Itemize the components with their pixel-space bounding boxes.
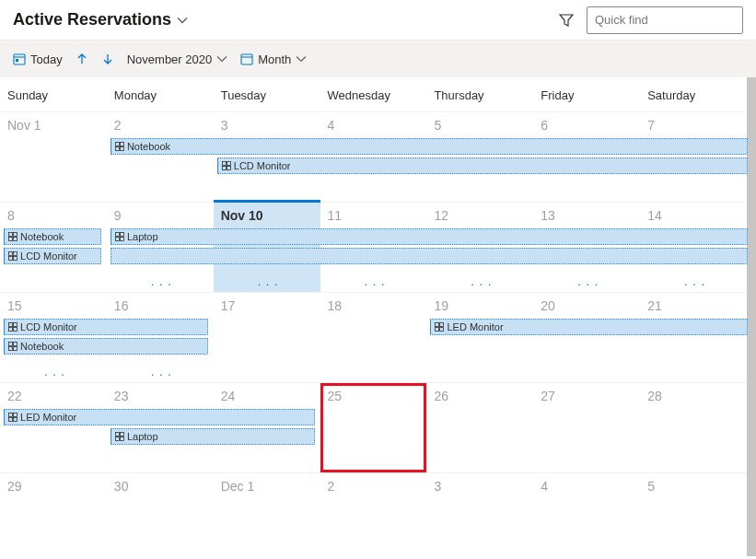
date-number: Nov 1: [7, 118, 99, 133]
date-number: 3: [221, 118, 313, 133]
chevron-down-icon: [216, 53, 227, 64]
month-picker[interactable]: November 2020: [127, 52, 228, 66]
svg-rect-9: [115, 147, 119, 151]
reservation-event[interactable]: [110, 248, 748, 264]
svg-rect-19: [115, 233, 119, 237]
svg-rect-11: [222, 162, 226, 166]
date-number: 18: [328, 298, 420, 313]
reservation-event[interactable]: LED Monitor: [4, 409, 315, 425]
day-cell[interactable]: 20: [533, 293, 640, 382]
svg-rect-36: [14, 343, 17, 346]
svg-rect-34: [440, 328, 444, 332]
day-cell[interactable]: 19: [426, 293, 533, 382]
svg-rect-26: [14, 257, 17, 261]
reservation-event[interactable]: Notebook: [110, 138, 748, 155]
svg-rect-30: [14, 328, 17, 332]
svg-rect-25: [9, 257, 13, 261]
date-number: 28: [647, 389, 739, 403]
svg-rect-45: [115, 437, 119, 441]
day-cell[interactable]: 21: [640, 293, 747, 382]
date-number: 11: [328, 208, 420, 223]
date-number: 7: [647, 118, 739, 133]
svg-rect-15: [9, 233, 13, 237]
date-number: 23: [114, 389, 206, 403]
page-header: Active Reservations: [0, 0, 756, 41]
more-events-indicator[interactable]: . . .: [151, 274, 172, 288]
reservation-event[interactable]: LED Monitor: [430, 319, 748, 335]
event-label: LCD Monitor: [20, 250, 77, 262]
svg-rect-35: [9, 343, 13, 346]
svg-rect-21: [115, 238, 119, 241]
day-cell[interactable]: 28: [640, 383, 747, 472]
date-number: 25: [328, 389, 420, 403]
day-cell[interactable]: 5: [640, 473, 747, 559]
view-mode-picker[interactable]: Month: [240, 52, 307, 66]
day-cell[interactable]: 25: [320, 383, 427, 472]
date-number: 2: [114, 118, 206, 133]
date-number: Nov 10: [221, 208, 313, 223]
arrow-down-icon: [101, 52, 114, 65]
week-row: 89Nov 1011121314NotebookLaptopLCD Monito…: [0, 203, 747, 293]
date-number: 16: [114, 298, 206, 313]
event-label: LCD Monitor: [20, 321, 77, 332]
view-title-text: Active Reservations: [13, 10, 171, 29]
today-button[interactable]: Today: [13, 52, 63, 66]
next-button[interactable]: [101, 52, 114, 65]
reservation-event[interactable]: LCD Monitor: [217, 157, 748, 174]
day-header-row: SundayMondayTuesdayWednesdayThursdayFrid…: [0, 77, 747, 112]
event-label: Laptop: [127, 231, 158, 242]
svg-rect-16: [14, 233, 17, 237]
arrow-up-icon: [76, 52, 88, 65]
search-input[interactable]: [595, 13, 750, 27]
day-cell[interactable]: 30: [107, 473, 214, 559]
more-events-indicator[interactable]: . . .: [684, 274, 705, 288]
reservation-event[interactable]: Laptop: [110, 428, 315, 445]
svg-rect-4: [16, 59, 18, 62]
more-events-indicator[interactable]: . . .: [151, 365, 172, 378]
day-cell[interactable]: Nov 1: [0, 112, 107, 202]
svg-rect-17: [9, 238, 13, 241]
prev-button[interactable]: [76, 52, 88, 65]
date-number: 29: [7, 479, 99, 494]
day-header-cell: Monday: [107, 88, 214, 102]
day-header-cell: Saturday: [640, 88, 747, 102]
day-cell[interactable]: 29: [0, 473, 107, 559]
svg-rect-38: [14, 347, 17, 351]
reservation-event[interactable]: Laptop: [110, 228, 748, 245]
date-number: 12: [434, 208, 526, 223]
date-number: 19: [434, 298, 526, 313]
day-cell[interactable]: 26: [426, 383, 533, 472]
reservation-event[interactable]: Notebook: [4, 338, 208, 355]
view-title[interactable]: Active Reservations: [13, 10, 188, 29]
week-row: Nov 1234567NotebookLCD Monitor: [0, 112, 747, 203]
more-events-indicator[interactable]: . . .: [471, 274, 492, 288]
day-cell[interactable]: Dec 1: [214, 473, 320, 559]
more-events-indicator[interactable]: . . .: [577, 274, 599, 288]
day-cell[interactable]: 2: [320, 473, 427, 559]
svg-rect-12: [227, 162, 230, 166]
reservation-event[interactable]: LCD Monitor: [4, 319, 208, 335]
more-events-indicator[interactable]: . . .: [44, 365, 65, 378]
reservation-event[interactable]: Notebook: [4, 228, 101, 245]
day-cell[interactable]: 18: [320, 293, 427, 382]
date-number: 2: [328, 479, 420, 494]
svg-rect-31: [436, 323, 439, 327]
svg-rect-37: [9, 347, 13, 351]
day-cell[interactable]: 22: [0, 383, 107, 472]
vertical-scrollbar[interactable]: [747, 77, 756, 556]
day-cell[interactable]: 3: [426, 473, 533, 559]
event-label: LED Monitor: [447, 321, 503, 332]
day-cell[interactable]: 27: [533, 383, 640, 472]
reservation-event[interactable]: LCD Monitor: [4, 248, 101, 264]
day-cell[interactable]: 4: [533, 473, 640, 559]
more-events-indicator[interactable]: . . .: [365, 274, 386, 288]
more-events-indicator[interactable]: . . .: [258, 274, 279, 288]
svg-rect-14: [227, 167, 230, 170]
event-label: Laptop: [127, 431, 158, 442]
search-box[interactable]: [587, 6, 743, 34]
day-cell[interactable]: 17: [214, 293, 320, 382]
date-number: 4: [541, 479, 633, 494]
day-cell[interactable]: 2: [107, 112, 214, 202]
filter-icon[interactable]: [559, 13, 574, 28]
date-number: 21: [647, 298, 739, 313]
